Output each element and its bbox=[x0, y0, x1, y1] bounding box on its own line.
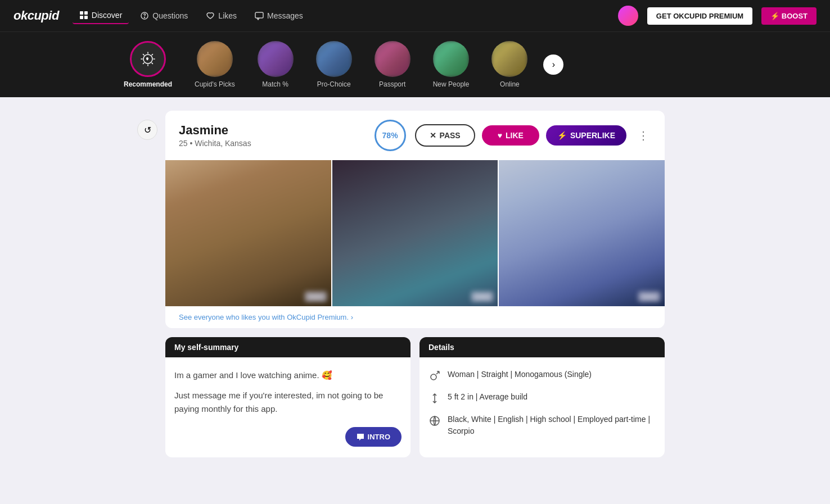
profile-card: ↺ Jasmine 25 • Wichita, Kansas 78% ✕ PAS… bbox=[165, 111, 665, 328]
self-summary-card: My self-summary Im a gamer and I love wa… bbox=[165, 337, 411, 457]
boost-button[interactable]: ⚡ BOOST bbox=[761, 7, 817, 25]
details-header: Details bbox=[419, 337, 665, 357]
category-cupids-picks[interactable]: Cupid's Picks bbox=[183, 37, 246, 93]
new-people-icon bbox=[433, 41, 469, 77]
details-row-height: 5 ft 2 in | Average build bbox=[428, 391, 656, 405]
superlike-button[interactable]: ⚡ SUPERLIKE bbox=[546, 125, 626, 146]
photo-grid: •••••• •••••• •••••• bbox=[165, 160, 665, 306]
self-summary-text-2: Just message me if you're interested, im… bbox=[174, 389, 402, 416]
details-gender-text: Woman | Straight | Monogamous (Single) bbox=[448, 369, 592, 380]
details-body: Woman | Straight | Monogamous (Single) 5… bbox=[419, 357, 665, 457]
heart-icon bbox=[206, 11, 215, 20]
details-row-gender: Woman | Straight | Monogamous (Single) bbox=[428, 369, 656, 382]
nav-messages[interactable]: Messages bbox=[248, 8, 310, 24]
svg-rect-3 bbox=[84, 16, 88, 19]
heart-filled-icon: ♥ bbox=[498, 131, 502, 140]
intro-button[interactable]: INTRO bbox=[345, 427, 402, 447]
self-summary-body: Im a gamer and I love watching anime. 🥰 … bbox=[165, 357, 411, 434]
svg-rect-0 bbox=[80, 11, 83, 15]
online-icon bbox=[491, 41, 527, 77]
photo-1[interactable]: •••••• bbox=[165, 160, 331, 306]
grid-icon bbox=[79, 11, 88, 20]
superlike-icon: ⚡ bbox=[557, 131, 567, 140]
like-button[interactable]: ♥ LIKE bbox=[482, 125, 539, 146]
details-height-text: 5 ft 2 in | Average build bbox=[448, 391, 527, 403]
premium-button[interactable]: GET OKCUPID PREMIUM bbox=[647, 7, 752, 25]
details-background-text: Black, White | English | High school | E… bbox=[448, 414, 656, 437]
recommended-icon-container bbox=[130, 41, 166, 77]
photo-label-1: •••••• bbox=[305, 292, 327, 302]
next-category-button[interactable]: › bbox=[543, 55, 563, 75]
category-pro-choice[interactable]: Pro-Choice bbox=[305, 37, 363, 93]
brand-logo[interactable]: okcupid bbox=[13, 8, 59, 23]
self-summary-text-1: Im a gamer and I love watching anime. 🥰 bbox=[174, 369, 402, 382]
profile-name: Jasmine bbox=[179, 123, 366, 138]
messages-icon bbox=[255, 11, 264, 20]
top-navigation: okcupid Discover Questions Likes Message… bbox=[0, 0, 830, 31]
cupids-picks-icon bbox=[197, 41, 233, 77]
details-row-background: Black, White | English | High school | E… bbox=[428, 414, 656, 437]
premium-promo-link[interactable]: See everyone who likes you with OkCupid … bbox=[165, 306, 665, 328]
questions-icon bbox=[140, 11, 149, 20]
profile-header: Jasmine 25 • Wichita, Kansas 78% ✕ PASS … bbox=[165, 111, 665, 160]
action-buttons: ✕ PASS ♥ LIKE ⚡ SUPERLIKE bbox=[415, 124, 626, 147]
chat-icon bbox=[357, 433, 364, 441]
category-bar: Recommended Cupid's Picks Match % Pro-Ch… bbox=[0, 31, 830, 97]
pro-choice-icon bbox=[316, 41, 352, 77]
sun-heart-icon bbox=[139, 50, 157, 68]
main-content: ↺ Jasmine 25 • Wichita, Kansas 78% ✕ PAS… bbox=[156, 97, 674, 471]
svg-rect-2 bbox=[80, 16, 83, 19]
category-passport[interactable]: Passport bbox=[363, 37, 422, 93]
undo-button[interactable]: ↺ bbox=[137, 120, 157, 140]
category-recommended[interactable]: Recommended bbox=[112, 37, 183, 93]
svg-point-5 bbox=[145, 17, 145, 18]
user-avatar[interactable] bbox=[618, 6, 638, 26]
category-online[interactable]: Online bbox=[480, 37, 539, 93]
photo-label-3: •••••• bbox=[638, 292, 660, 302]
passport-icon bbox=[375, 41, 411, 77]
category-new-people[interactable]: New People bbox=[422, 37, 481, 93]
svg-rect-1 bbox=[84, 11, 88, 15]
photo-2[interactable]: •••••• bbox=[332, 160, 498, 306]
match-icon bbox=[258, 41, 294, 77]
category-match[interactable]: Match % bbox=[246, 37, 305, 93]
svg-point-8 bbox=[431, 374, 436, 380]
nav-questions[interactable]: Questions bbox=[133, 8, 195, 24]
svg-rect-6 bbox=[255, 12, 263, 18]
pass-button[interactable]: ✕ PASS bbox=[415, 124, 475, 147]
photo-label-2: •••••• bbox=[471, 292, 493, 302]
more-options-button[interactable]: ⋮ bbox=[635, 126, 651, 144]
gender-icon bbox=[428, 370, 441, 382]
nav-likes[interactable]: Likes bbox=[199, 8, 243, 24]
self-summary-header: My self-summary bbox=[165, 337, 411, 357]
height-icon bbox=[428, 392, 441, 405]
profile-sections: My self-summary Im a gamer and I love wa… bbox=[165, 337, 665, 457]
photo-3[interactable]: •••••• bbox=[499, 160, 665, 306]
nav-discover[interactable]: Discover bbox=[73, 7, 129, 24]
match-percent-circle: 78% bbox=[375, 120, 406, 151]
profile-age-location: 25 • Wichita, Kansas bbox=[179, 139, 366, 148]
details-card: Details Woman | Straight | Monogamous (S… bbox=[419, 337, 665, 457]
globe-icon bbox=[428, 415, 441, 427]
x-icon: ✕ bbox=[430, 131, 436, 140]
